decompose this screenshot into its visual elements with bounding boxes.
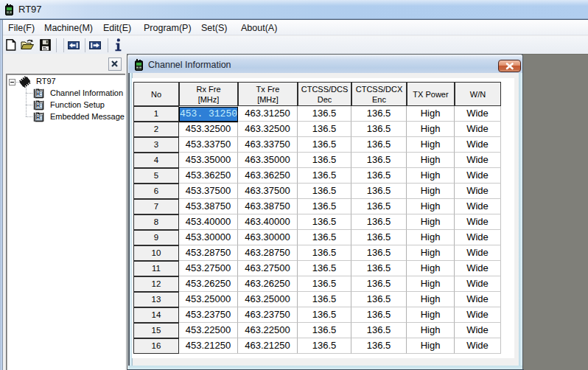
svg-text:H:: H: — [36, 91, 41, 97]
svg-text:H:: H: — [36, 115, 41, 120]
svg-text:H:: H: — [36, 103, 41, 108]
